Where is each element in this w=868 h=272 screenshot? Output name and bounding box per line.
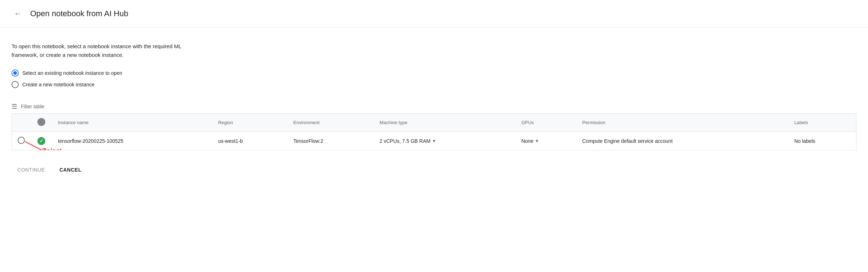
row-status-col: ✓ xyxy=(31,132,52,150)
th-region: Region xyxy=(213,114,288,132)
page-header: ← Open notebook from AI Hub xyxy=(0,0,868,28)
cancel-button[interactable]: CANCEL xyxy=(54,163,87,176)
action-buttons: CONTINUE CANCEL xyxy=(12,160,856,176)
radio-existing[interactable]: Select an existing notebook instance to … xyxy=(12,69,856,77)
th-machine-type: Machine type xyxy=(374,114,516,132)
th-labels: Labels xyxy=(789,114,856,132)
row-select-radio[interactable] xyxy=(18,137,25,144)
filter-icon: ☰ xyxy=(12,103,17,110)
machine-type-arrow-icon: ▼ xyxy=(432,139,436,144)
row-status-icon: ✓ xyxy=(37,137,45,145)
row-permission: Compute Engine default service account xyxy=(576,132,789,150)
radio-new[interactable]: Create a new notebook instance xyxy=(12,81,856,88)
page-title: Open notebook from AI Hub xyxy=(30,9,128,18)
radio-group: Select an existing notebook instance to … xyxy=(12,69,856,88)
th-instance-name: Instance name xyxy=(52,114,213,132)
gpus-value: None xyxy=(521,138,533,144)
filter-bar[interactable]: ☰ Filter table xyxy=(12,100,856,113)
machine-type-dropdown[interactable]: 2 vCPUs, 7.5 GB RAM ▼ xyxy=(380,138,510,144)
row-instance-name: tensorflow-20200225-100525 xyxy=(52,132,213,150)
radio-existing-label: Select an existing notebook instance to … xyxy=(22,70,122,76)
th-select xyxy=(12,114,31,132)
th-gpus: GPUs xyxy=(516,114,576,132)
row-select-col: Select xyxy=(12,132,31,150)
table-row: Select ✓ tensorflow-20200225-100525 us-w… xyxy=(12,132,856,150)
radio-existing-inner xyxy=(13,71,17,75)
header-status-icon xyxy=(37,118,45,126)
radio-new-button[interactable] xyxy=(12,81,19,88)
main-content: To open this notebook, select a notebook… xyxy=(0,28,868,188)
radio-existing-button[interactable] xyxy=(12,69,19,77)
continue-button[interactable]: CONTINUE xyxy=(12,163,51,176)
description-text: To open this notebook, select a notebook… xyxy=(12,42,256,59)
row-machine-type: 2 vCPUs, 7.5 GB RAM ▼ xyxy=(374,132,516,150)
table-header-row: Instance name Region Environment Machine… xyxy=(12,114,856,132)
th-environment: Environment xyxy=(288,114,374,132)
filter-label: Filter table xyxy=(21,104,44,109)
th-status xyxy=(31,114,52,132)
row-environment: TensorFlow:2 xyxy=(288,132,374,150)
gpus-arrow-icon: ▼ xyxy=(535,139,539,144)
instances-table: Instance name Region Environment Machine… xyxy=(12,113,856,150)
row-labels: No labels xyxy=(789,132,856,150)
gpus-dropdown[interactable]: None ▼ xyxy=(521,138,571,144)
radio-new-label: Create a new notebook instance xyxy=(22,82,95,87)
th-permission: Permission xyxy=(576,114,789,132)
machine-type-value: 2 vCPUs, 7.5 GB RAM xyxy=(380,138,431,144)
row-region: us-west1-b xyxy=(213,132,288,150)
back-button[interactable]: ← xyxy=(12,7,24,20)
row-gpus: None ▼ xyxy=(516,132,576,150)
